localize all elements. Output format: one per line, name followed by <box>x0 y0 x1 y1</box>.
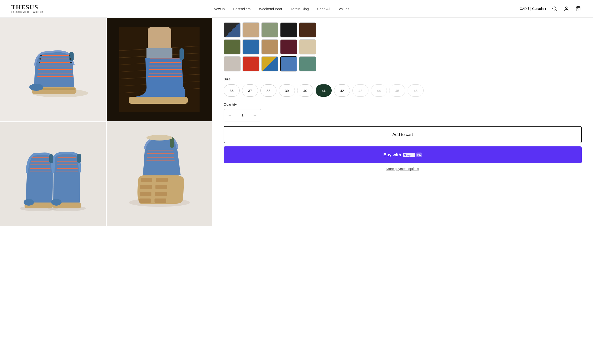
svg-point-45 <box>146 135 172 141</box>
size-38[interactable]: 38 <box>260 84 277 97</box>
svg-point-10 <box>69 55 70 56</box>
size-44[interactable]: 44 <box>371 84 387 97</box>
minus-icon: − <box>229 112 232 118</box>
user-icon <box>564 6 569 11</box>
search-icon <box>552 6 557 11</box>
nav-new-in[interactable]: New In <box>214 7 225 11</box>
size-label: Size <box>224 77 582 81</box>
currency-label: CAD $ | Canada <box>520 7 544 11</box>
boot-illustration-3 <box>13 134 93 214</box>
svg-rect-39 <box>155 185 167 189</box>
swatch-10[interactable] <box>299 39 316 54</box>
swatch-7[interactable] <box>243 39 259 54</box>
header: THESUS Formerly Alice + Whittles New In … <box>0 0 593 18</box>
svg-rect-26 <box>179 48 184 60</box>
gallery-image-3[interactable] <box>0 122 106 226</box>
cart-icon <box>576 6 581 11</box>
gallery-image-2[interactable] <box>107 18 212 121</box>
svg-point-30 <box>24 199 34 206</box>
gallery-image-1[interactable] <box>0 18 106 121</box>
quantity-label: Quantity <box>224 102 582 106</box>
swatch-14-selected[interactable] <box>280 56 297 72</box>
svg-point-2 <box>565 7 567 8</box>
swatch-15[interactable] <box>299 56 316 72</box>
plus-icon: + <box>254 112 257 118</box>
gallery-image-4[interactable] <box>107 122 212 226</box>
size-37[interactable]: 37 <box>242 84 258 97</box>
svg-point-13 <box>39 62 40 63</box>
size-43[interactable]: 43 <box>352 84 369 97</box>
search-button[interactable] <box>551 5 558 12</box>
svg-rect-31 <box>49 154 53 163</box>
boot-illustration-2 <box>119 27 200 112</box>
svg-point-0 <box>553 7 556 10</box>
more-payment-button[interactable]: More payment options <box>224 167 582 171</box>
swatch-6[interactable] <box>224 39 241 54</box>
nav-terrus-clog[interactable]: Terrus Clog <box>291 7 309 11</box>
brand-subtitle: Formerly Alice + Whittles <box>11 11 43 13</box>
size-40[interactable]: 40 <box>297 84 313 97</box>
swatch-1[interactable] <box>224 22 241 38</box>
quantity-value: 1 <box>236 113 249 117</box>
product-gallery <box>0 18 212 226</box>
svg-line-1 <box>555 10 556 11</box>
color-swatches <box>224 22 582 72</box>
svg-rect-41 <box>155 192 167 196</box>
currency-selector[interactable]: CAD $ | Canada ▾ <box>520 7 546 11</box>
svg-rect-42 <box>139 199 151 203</box>
svg-point-9 <box>40 55 42 56</box>
shop-pay-button[interactable]: Buy with Shop Pay <box>224 146 582 163</box>
quantity-increase[interactable]: + <box>249 109 261 121</box>
product-panel: Size 36 37 38 39 40 41 42 43 44 45 46 Qu… <box>212 18 593 226</box>
svg-rect-40 <box>140 192 152 196</box>
size-36[interactable]: 36 <box>224 84 240 97</box>
svg-rect-38 <box>140 185 152 189</box>
brand-name: THESUS <box>11 4 43 10</box>
svg-text:Shop: Shop <box>404 154 411 156</box>
main-nav: New In Bestsellers Weekend Boot Terrus C… <box>214 7 349 11</box>
swatch-5[interactable] <box>299 22 316 38</box>
nav-shop-all[interactable]: Shop All <box>317 7 330 11</box>
swatch-13[interactable] <box>261 56 278 72</box>
chevron-down-icon: ▾ <box>545 7 546 11</box>
size-46[interactable]: 46 <box>408 84 424 97</box>
boot-illustration-1 <box>13 37 93 103</box>
svg-point-33 <box>51 199 62 206</box>
nav-weekend-boot[interactable]: Weekend Boot <box>259 7 282 11</box>
svg-point-12 <box>70 58 71 60</box>
svg-rect-36 <box>141 178 152 182</box>
quantity-control: − 1 + <box>224 109 261 121</box>
swatch-9[interactable] <box>280 39 297 54</box>
size-41-selected[interactable]: 41 <box>316 84 332 97</box>
svg-point-14 <box>70 62 72 63</box>
quantity-decrease[interactable]: − <box>224 109 236 121</box>
size-42[interactable]: 42 <box>334 84 350 97</box>
svg-rect-43 <box>154 199 166 203</box>
svg-rect-25 <box>129 97 188 104</box>
swatch-3[interactable] <box>261 22 278 38</box>
size-grid: 36 37 38 39 40 41 42 43 44 45 46 <box>224 84 582 97</box>
header-actions: CAD $ | Canada ▾ <box>520 5 582 12</box>
svg-point-7 <box>29 84 43 91</box>
shop-pay-logo: Shop Pay <box>403 152 422 158</box>
cart-button[interactable] <box>575 5 582 12</box>
nav-values[interactable]: Values <box>339 7 349 11</box>
swatch-2[interactable] <box>243 22 259 38</box>
logo[interactable]: THESUS Formerly Alice + Whittles <box>11 4 43 13</box>
svg-rect-24 <box>146 48 172 58</box>
nav-bestsellers[interactable]: Bestsellers <box>233 7 250 11</box>
account-button[interactable] <box>563 5 570 12</box>
swatch-11[interactable] <box>224 56 241 72</box>
size-39[interactable]: 39 <box>279 84 295 97</box>
swatch-12[interactable] <box>243 56 259 72</box>
swatch-4[interactable] <box>280 22 297 38</box>
svg-point-11 <box>40 58 41 60</box>
main-content: Size 36 37 38 39 40 41 42 43 44 45 46 Qu… <box>0 18 593 226</box>
size-45[interactable]: 45 <box>389 84 405 97</box>
boot-illustration-4 <box>119 134 200 214</box>
buy-now-label: Buy with <box>383 153 401 157</box>
svg-text:Pay: Pay <box>417 154 421 156</box>
add-to-cart-button[interactable]: Add to cart <box>224 126 582 143</box>
swatch-8[interactable] <box>261 39 278 54</box>
svg-rect-37 <box>156 178 168 182</box>
